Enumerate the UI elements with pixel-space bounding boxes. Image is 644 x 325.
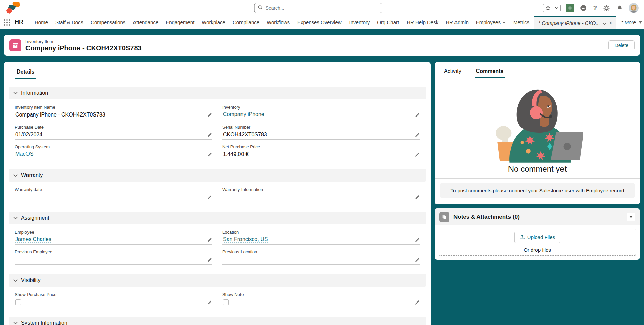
nav-item-expenses-overview[interactable]: Expenses Overview <box>293 16 345 29</box>
field-employee: EmployeeJames Charles <box>15 225 212 245</box>
nav-item-attendance[interactable]: Attendance <box>129 16 162 29</box>
drop-files-label: Or drop files <box>524 247 551 253</box>
delete-button[interactable]: Delete <box>608 40 635 50</box>
salesforce-page: ? <box>0 0 644 325</box>
guidance-center-icon[interactable] <box>579 4 588 12</box>
panel-tab-bar: ActivityComments <box>435 62 640 78</box>
notes-header: Notes & Attachments (0) <box>435 208 640 225</box>
company-logo <box>5 2 21 14</box>
field-operating-system: Operating SystemMacOS <box>15 140 212 159</box>
temp-tab-company-iphone[interactable]: * Company iPhone - CKO... × <box>534 16 616 29</box>
notes-attachments-card: Notes & Attachments (0) Upload Files <box>435 208 640 260</box>
edit-pencil-icon[interactable] <box>207 300 212 305</box>
operating-system-value[interactable]: MacOS <box>15 151 33 157</box>
edit-pencil-icon[interactable] <box>207 238 212 243</box>
edit-pencil-icon[interactable] <box>414 238 419 243</box>
record-details-card: Details InformationInventory Item NameCo… <box>4 62 431 325</box>
header-icons: ? <box>543 3 639 13</box>
favorite-star-icon[interactable] <box>543 4 553 12</box>
global-search <box>254 3 382 13</box>
nav-item-staff-docs[interactable]: Staff & Docs <box>52 16 87 29</box>
section-header-warranty[interactable]: Warranty <box>9 169 426 182</box>
nav-item-engagement[interactable]: Engagement <box>162 16 198 29</box>
edit-pencil-icon[interactable] <box>207 113 212 118</box>
nav-item-workplace[interactable]: Workplace <box>198 16 229 29</box>
show-note-checkbox[interactable] <box>223 299 229 305</box>
activity-comments-card: ActivityComments <box>435 62 640 204</box>
inventory-value[interactable]: Company iPhone <box>223 111 264 118</box>
field-warranty-date: Warranty date <box>15 182 212 202</box>
section-header-visibility[interactable]: Visibility <box>9 274 426 287</box>
notes-title: Notes & Attachments (0) <box>453 214 520 220</box>
nav-more-tab[interactable]: * More <box>616 16 644 29</box>
section-chevron-icon <box>13 217 18 219</box>
right-sidebar: ActivityComments <box>435 62 640 325</box>
inventory-item-name-value: Company iPhone - CKOH42XT0S783 <box>15 112 105 118</box>
user-avatar[interactable] <box>629 3 639 13</box>
edit-pencil-icon[interactable] <box>414 300 419 305</box>
details-sections: InformationInventory Item NameCompany iP… <box>4 87 431 325</box>
field-purchase-date: Purchase Date01/02/2024 <box>15 120 212 140</box>
app-launcher-icon[interactable] <box>4 19 10 26</box>
section-header-system-information[interactable]: System Information <box>9 317 426 325</box>
nav-item-workflows[interactable]: Workflows <box>263 16 293 29</box>
edit-pencil-icon[interactable] <box>207 258 212 263</box>
tab-activity[interactable]: Activity <box>444 68 461 78</box>
section-chevron-icon <box>13 322 18 324</box>
notifications-bell-icon[interactable] <box>615 4 624 12</box>
nav-item-compensations[interactable]: Compensations <box>87 16 129 29</box>
nav-item-inventory[interactable]: Inventory <box>345 16 374 29</box>
more-dropdown-icon <box>639 21 642 24</box>
setup-gear-icon[interactable] <box>602 4 611 12</box>
net-purchase-price-value: 1.449,00 € <box>223 151 249 157</box>
nav-item-compliance[interactable]: Compliance <box>229 16 263 29</box>
edit-pencil-icon[interactable] <box>207 195 212 200</box>
comments-notice: To post comments please connect your Sal… <box>440 183 635 198</box>
edit-pencil-icon[interactable] <box>414 113 419 118</box>
search-input[interactable] <box>266 5 379 11</box>
upload-files-button[interactable]: Upload Files <box>514 232 560 243</box>
nav-item-hr-help-desk[interactable]: HR Help Desk <box>403 16 442 29</box>
global-actions-icon[interactable] <box>566 4 574 12</box>
file-dropzone[interactable]: Upload Files Or drop files <box>439 229 636 256</box>
edit-pencil-icon[interactable] <box>414 152 419 157</box>
show-purchase-price-checkbox[interactable] <box>15 299 21 305</box>
help-icon[interactable]: ? <box>592 4 598 12</box>
details-tab-bar: Details <box>4 62 431 79</box>
tab-chevron-down-icon[interactable] <box>603 20 606 26</box>
section-chevron-icon <box>13 174 18 177</box>
collapse-section-icon[interactable] <box>627 213 635 221</box>
tab-details[interactable]: Details <box>15 69 36 79</box>
tab-close-icon[interactable]: × <box>609 20 612 26</box>
section-chevron-icon <box>13 92 18 94</box>
employee-value[interactable]: James Charles <box>15 236 51 243</box>
nav-more-label: * More <box>621 19 636 25</box>
favorites-control <box>543 4 561 12</box>
tab-comments[interactable]: Comments <box>476 68 504 78</box>
section-header-information[interactable]: Information <box>9 87 426 99</box>
location-value[interactable]: San Francisco, US <box>223 236 268 243</box>
favorites-list-chevron-icon[interactable] <box>553 4 560 12</box>
field-previous-employee: Previous Employee <box>15 245 212 265</box>
field-location: LocationSan Francisco, US <box>222 225 420 245</box>
edit-pencil-icon[interactable] <box>207 152 212 157</box>
no-comment-text: No comment yet <box>435 164 640 174</box>
section-header-assignment[interactable]: Assignment <box>9 212 426 224</box>
upload-files-label: Upload Files <box>527 234 555 240</box>
nav-item-employees[interactable]: Employees <box>472 16 509 29</box>
edit-pencil-icon[interactable] <box>414 133 419 138</box>
field-inventory: InventoryCompany iPhone <box>222 100 420 120</box>
edit-pencil-icon[interactable] <box>207 133 212 138</box>
record-highlights-card: Inventory Item Company iPhone - CKOH42XT… <box>4 35 640 56</box>
temp-tab-label: * Company iPhone - CKO... <box>538 20 600 26</box>
nav-item-metrics[interactable]: Metrics <box>509 16 533 29</box>
field-show-purchase-price: Show Purchase Price <box>15 287 212 307</box>
search-icon <box>258 5 263 11</box>
comments-empty-illustration <box>435 78 640 163</box>
nav-item-org-chart[interactable]: Org Chart <box>373 16 403 29</box>
nav-item-home[interactable]: Home <box>31 16 52 29</box>
field-show-note: Show Note <box>222 287 420 307</box>
nav-item-hr-admin[interactable]: HR Admin <box>442 16 472 29</box>
edit-pencil-icon[interactable] <box>414 195 419 200</box>
edit-pencil-icon[interactable] <box>414 258 419 263</box>
